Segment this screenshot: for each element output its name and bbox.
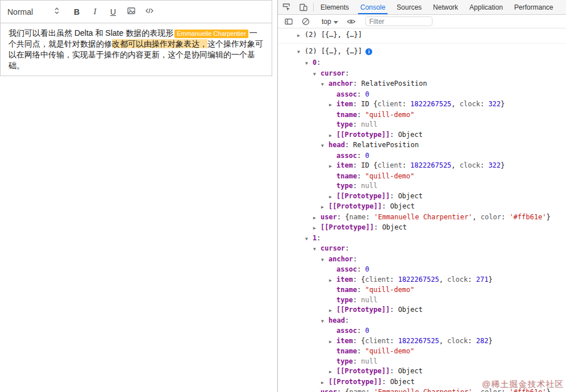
expand-icon[interactable]: ▶ [329, 192, 336, 202]
expand-icon[interactable]: ▶ [313, 213, 321, 223]
token-key: tname [336, 286, 357, 294]
token-plain: : [390, 306, 398, 314]
expand-icon[interactable]: ▶ [329, 337, 336, 347]
console-filter-input[interactable] [365, 16, 432, 26]
token-num: 0 [365, 90, 369, 98]
token-key: [[Prototype]] [336, 367, 390, 375]
tab-console[interactable]: Console [355, 0, 391, 14]
insert-image-button[interactable] [123, 5, 139, 19]
expand-icon[interactable]: ▶ [329, 100, 336, 110]
token-plain: : { [353, 276, 365, 283]
console-row: ▶(2) [{…}, {…}] [278, 28, 566, 44]
collapse-icon[interactable]: ▼ [305, 234, 313, 244]
expand-icon[interactable]: ▶ [321, 202, 328, 212]
expand-icon[interactable]: ▶ [329, 276, 336, 286]
token-key: [[Prototype]] [336, 306, 390, 314]
console-row: ▼anchor: RelativePosition [278, 79, 566, 90]
token-plain: } [501, 161, 505, 169]
expand-icon[interactable]: ▶ [297, 31, 305, 41]
collapse-icon[interactable]: ▼ [321, 141, 328, 151]
info-icon[interactable]: i [365, 48, 372, 55]
inspect-element-icon[interactable] [278, 0, 295, 14]
token-plain: : [382, 202, 390, 210]
eye-icon[interactable] [343, 17, 360, 26]
token-key: anchor [328, 80, 353, 87]
token-num: 282 [476, 337, 489, 345]
token-class: Object [398, 131, 422, 139]
tab-elements[interactable]: Elements [315, 0, 355, 14]
token-plain: : [357, 111, 365, 119]
collapse-icon[interactable]: ▼ [321, 316, 328, 327]
expand-icon[interactable]: ▶ [321, 378, 328, 388]
token-plain: : [402, 100, 410, 108]
token-plain: : [480, 161, 488, 169]
format-picker[interactable]: Normal [7, 7, 60, 16]
collapse-icon[interactable]: ▼ [305, 59, 313, 69]
tab-performance[interactable]: Performance [509, 0, 559, 14]
collapse-icon[interactable]: ▼ [313, 244, 321, 255]
token-pkey: color [481, 388, 501, 392]
console-row: ▶item: ID {client: 1822267525, clock: 32… [278, 161, 566, 172]
token-class: Object [382, 223, 406, 231]
token-key: assoc [336, 265, 357, 273]
underline-button[interactable]: U [105, 5, 121, 19]
console-sidebar-icon[interactable] [280, 17, 297, 26]
console-row: ▶[[Prototype]]: Object [278, 366, 566, 377]
token-plain: : [357, 90, 365, 98]
token-pkey: name [349, 213, 366, 221]
divider [313, 3, 314, 11]
console-row: ▶item: {client: 1822267525, clock: 282} [278, 336, 566, 347]
execution-context-selector[interactable]: top [322, 18, 338, 26]
token-str: "quill-demo" [365, 347, 415, 355]
bold-button[interactable]: B [69, 5, 85, 19]
token-pkey: client [377, 161, 402, 169]
context-label: top [322, 18, 331, 26]
token-key: type [336, 357, 353, 365]
token-plain: : { [337, 388, 349, 392]
token-class: Object [398, 367, 422, 375]
italic-button[interactable]: I [87, 5, 103, 19]
collapse-icon[interactable]: ▼ [313, 69, 321, 80]
tab-sources[interactable]: Sources [391, 0, 427, 14]
tab-application[interactable]: Application [464, 0, 509, 14]
token-plain: : [345, 316, 353, 324]
token-num: 322 [488, 161, 501, 169]
collapse-icon[interactable]: ▼ [297, 47, 305, 57]
console-row: assoc: 0 [278, 265, 566, 275]
editor-content-area[interactable]: 我们可以看出虽然 Delta 和 Slate 数据的表现形Emmanuelle … [0, 23, 272, 76]
code-button[interactable] [142, 5, 157, 19]
console-row: tname: "quill-demo" [278, 110, 566, 120]
token-plain: } [501, 100, 505, 108]
token-plain: : [353, 80, 361, 87]
token-pkey: client [377, 100, 402, 108]
token-str: "quill-demo" [365, 111, 415, 119]
token-plain: : [468, 337, 476, 345]
collapse-icon[interactable]: ▼ [321, 255, 328, 265]
tab-network[interactable]: Network [427, 0, 464, 14]
select-arrows-icon [54, 7, 60, 16]
token-num: 0 [365, 265, 369, 273]
token-plain: (2) [{…}, {…}] [305, 31, 362, 39]
expand-icon[interactable]: ▶ [329, 306, 336, 316]
token-null: null [361, 182, 377, 190]
device-toolbar-icon[interactable] [295, 0, 312, 14]
console-row: type: null [278, 120, 566, 130]
token-plain: } [488, 337, 492, 345]
expand-icon[interactable]: ▶ [329, 131, 336, 141]
expand-icon[interactable]: ▶ [329, 367, 336, 377]
console-row: ▶user: {name: 'Emmanuelle Charpentier', … [278, 212, 566, 223]
token-class: Object [398, 192, 422, 200]
expand-icon[interactable]: ▶ [313, 223, 321, 233]
collapse-icon[interactable]: ▼ [321, 80, 328, 90]
token-pkey: clock [460, 161, 480, 169]
clear-console-icon[interactable] [297, 17, 314, 26]
token-plain: , [472, 213, 480, 221]
token-plain: : [353, 120, 361, 128]
expand-icon[interactable]: ▶ [329, 161, 336, 172]
token-plain: : [501, 388, 509, 392]
expand-icon[interactable]: ▶ [313, 388, 321, 392]
console-row: assoc: 0 [278, 326, 566, 336]
console-row: ▼0: [278, 58, 566, 69]
console-row: ▶[[Prototype]]: Object [278, 223, 566, 233]
console-row: ▼(2) [{…}, {…}]i [278, 45, 566, 59]
